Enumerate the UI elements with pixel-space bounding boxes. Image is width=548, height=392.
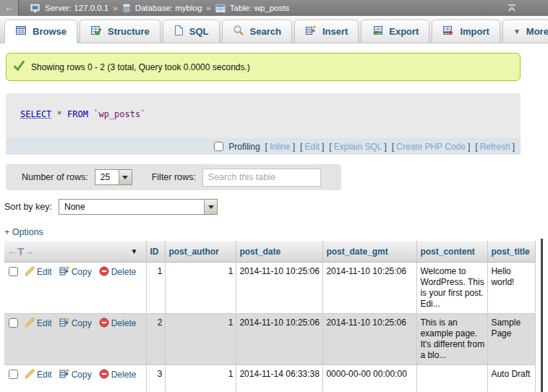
copy-row-link[interactable]: Copy [59, 318, 92, 328]
sort-controls: Sort by key: None [4, 199, 548, 215]
cell-id: 2 [147, 314, 166, 365]
cell-id: 1 [147, 263, 166, 314]
profiling-label: Profiling [228, 142, 260, 152]
sql-query: SELECT * FROM `wp_posts` [6, 93, 521, 138]
tab-label: Insert [322, 26, 348, 37]
cell-post-date-gmt: 2014-11-10 10:25:06 [323, 314, 417, 365]
copy-icon [59, 318, 69, 328]
copy-row-link[interactable]: Copy [59, 267, 92, 277]
breadcrumb-separator: » [206, 4, 210, 12]
sort-by-key-label: Sort by key: [4, 202, 52, 212]
column-header-post-content[interactable]: post_content [417, 241, 488, 263]
breadcrumb: Server: 127.0.0.1 » Database: myblog » T… [30, 4, 289, 13]
tab-browse[interactable]: Browse [4, 20, 77, 43]
delete-row-link[interactable]: Delete [99, 267, 137, 277]
search-icon [233, 25, 244, 38]
right-arrow-icon[interactable]: → [25, 246, 34, 257]
table-header-row: ← T → ▼ ID post_author post_date post_da… [4, 241, 536, 263]
tab-more[interactable]: ▼ More [502, 20, 548, 43]
cell-post-author: 1 [166, 365, 236, 392]
delete-icon [99, 266, 109, 276]
profiling-checkbox[interactable] [214, 142, 223, 151]
delete-row-link[interactable]: Delete [99, 318, 137, 328]
copy-icon [59, 369, 69, 379]
refresh-link[interactable]: Refresh [480, 142, 510, 152]
tab-bar: Browse Structure SQL Search Insert Expor… [0, 16, 548, 43]
row-checkbox[interactable] [9, 267, 18, 276]
cell-post-date: 2014-11-14 06:33:38 [236, 365, 323, 392]
tab-insert[interactable]: Insert [294, 20, 359, 43]
browse-icon [15, 25, 27, 38]
copy-row-link[interactable]: Copy [59, 370, 92, 380]
back-button[interactable]: ← [0, 0, 19, 16]
breadcrumb-server[interactable]: Server: 127.0.0.1 [45, 4, 108, 12]
column-header-post-author[interactable]: post_author [166, 241, 236, 263]
column-header-post-date[interactable]: post_date [236, 241, 323, 263]
column-header-id[interactable]: ID [147, 241, 166, 263]
cell-id: 3 [147, 365, 166, 392]
breadcrumb-separator: » [113, 4, 117, 12]
table-row: EditCopyDelete 3 1 2014-11-14 06:33:38 0… [4, 365, 536, 392]
number-of-rows-label: Number of rows: [22, 172, 88, 182]
cell-post-author: 1 [166, 263, 236, 314]
success-check-icon [14, 61, 25, 73]
rows-per-page-select[interactable]: 25 [95, 169, 132, 185]
tab-label: Browse [33, 26, 67, 37]
edit-row-link[interactable]: Edit [25, 370, 52, 380]
actions-menu-caret-icon[interactable]: ▼ [130, 247, 137, 255]
cell-post-content: Welcome to WordPress. This is your first… [417, 263, 488, 314]
dropdown-arrow-icon [119, 170, 132, 184]
edit-row-link[interactable]: Edit [25, 318, 52, 328]
cell-post-date-gmt: 0000-00-00 00:00:00 [323, 365, 417, 392]
tab-structure[interactable]: Structure [80, 20, 160, 43]
table-row: EditCopyDelete 2 1 2014-11-10 10:25:06 2… [4, 314, 536, 365]
breadcrumb-database[interactable]: Database: myblog [135, 4, 202, 12]
tab-label: Structure [108, 26, 150, 37]
cell-post-title: Hello world! [488, 263, 536, 314]
tab-sql[interactable]: SQL [163, 20, 220, 43]
cell-post-date-gmt: 2014-11-10 10:25:06 [323, 263, 417, 314]
cell-post-content: This is an example page. It's different … [417, 314, 488, 365]
options-toggle[interactable]: + Options [4, 227, 43, 237]
sql-table-identifier: `wp_posts` [93, 109, 145, 119]
cell-post-title: Sample Page [488, 314, 536, 365]
row-checkbox[interactable] [9, 318, 18, 328]
cell-post-content [417, 365, 488, 392]
column-header-post-date-gmt[interactable]: post_date_gmt [323, 241, 417, 263]
cell-post-author: 1 [166, 314, 236, 365]
sql-keyword-select[interactable]: SELECT [20, 109, 51, 119]
cell-post-date: 2014-11-10 10:25:06 [236, 263, 323, 314]
edit-pencil-icon [25, 266, 35, 276]
tab-search[interactable]: Search [222, 20, 292, 43]
sql-toolbar: Profiling [Inline] [Edit] [Explain SQL] … [6, 138, 521, 155]
row-checkbox[interactable] [9, 370, 18, 379]
breadcrumb-bar: ← Server: 127.0.0.1 » Database: myblog »… [0, 0, 548, 16]
results-table: ← T → ▼ ID post_author post_date post_da… [4, 241, 536, 392]
rows-per-page-value: 25 [95, 170, 119, 184]
column-handle-header[interactable]: ← T → ▼ [4, 241, 147, 263]
phpmyadmin-page: ← Server: 127.0.0.1 » Database: myblog »… [0, 0, 548, 392]
structure-icon [90, 25, 102, 38]
back-arrow-icon: ← [4, 2, 14, 13]
filter-input[interactable] [202, 169, 321, 187]
tab-import[interactable]: Import [432, 20, 500, 43]
create-php-code-link[interactable]: Create PHP Code [396, 142, 466, 152]
table-options-icon[interactable]: T [17, 245, 24, 257]
delete-row-link[interactable]: Delete [99, 370, 137, 380]
tab-export[interactable]: Export [361, 20, 429, 43]
sql-box: SELECT * FROM `wp_posts` Profiling [Inli… [6, 93, 521, 155]
success-message: Showing rows 0 - 2 (3 total, Query took … [6, 53, 521, 81]
explain-sql-link[interactable]: Explain SQL [334, 142, 382, 152]
sql-keyword-from: FROM [67, 109, 88, 119]
column-header-post-title[interactable]: post_title [488, 241, 536, 263]
table-row: EditCopyDelete 1 1 2014-11-10 10:25:06 2… [4, 263, 536, 314]
export-icon [372, 25, 383, 38]
breadcrumb-table[interactable]: Table: wp_posts [230, 4, 289, 12]
left-arrow-icon[interactable]: ← [7, 246, 17, 257]
edit-row-link[interactable]: Edit [25, 267, 52, 277]
inline-link[interactable]: Inline [270, 142, 291, 152]
collapse-icon[interactable] [506, 3, 518, 13]
edit-query-link[interactable]: Edit [304, 142, 320, 152]
sort-by-key-select[interactable]: None [59, 199, 218, 215]
table-right-edge [541, 239, 543, 392]
